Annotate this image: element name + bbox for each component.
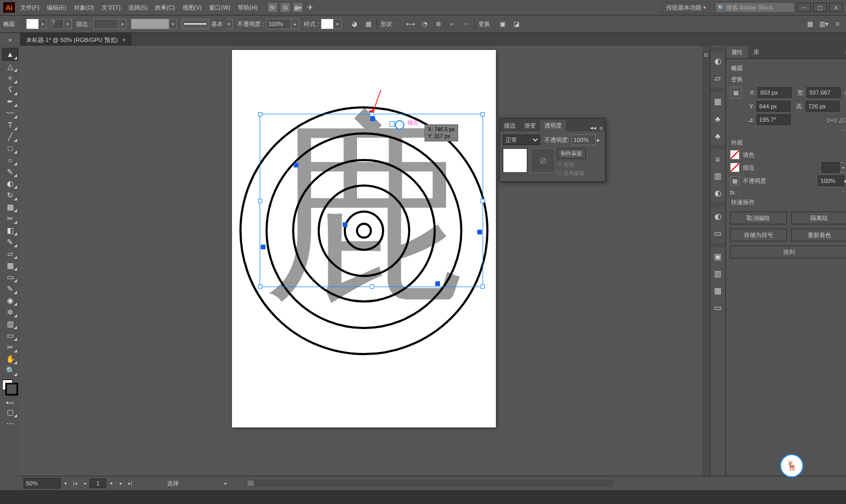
brush-profile-dropdown[interactable]: 基本▾ — [181, 19, 233, 29]
tp-opacity-stepper[interactable]: ▸ — [597, 137, 600, 144]
tool-magic-wand[interactable]: ✧ — [3, 72, 18, 84]
x-input[interactable]: 603 px — [758, 87, 792, 98]
tool-selection[interactable]: ▲ — [2, 48, 18, 61]
tool-perspective[interactable]: ▱ — [3, 248, 18, 259]
h-input[interactable]: 726 px — [806, 101, 840, 112]
tool-type[interactable]: T — [3, 119, 18, 131]
dock-colorguide-icon[interactable]: ▱ — [710, 71, 725, 86]
fill-stroke-control[interactable] — [2, 380, 18, 396]
shape-more-icon[interactable]: ⋯ — [461, 19, 471, 29]
align-icon[interactable]: ▦ — [363, 19, 374, 29]
link-wh-icon[interactable]: ⟐ — [844, 89, 846, 96]
transform-label[interactable]: 变换 — [478, 20, 490, 28]
btn-recolor[interactable]: 重新着色 — [791, 229, 847, 241]
blend-mode-select[interactable]: 正常 — [503, 135, 540, 145]
tool-mesh[interactable]: ▦ — [3, 259, 18, 271]
anchor-point[interactable] — [294, 163, 298, 167]
window-minimize-button[interactable]: ─ — [797, 3, 811, 12]
shape-pie-icon[interactable]: ◔ — [419, 19, 430, 29]
ap-stroke-dd[interactable]: ▾ — [840, 162, 846, 173]
list-icon[interactable]: ≡ — [832, 19, 843, 29]
tool-colormode[interactable]: ▪▫▫ — [3, 399, 18, 406]
btn-ungroup[interactable]: 取消编组 — [730, 212, 787, 224]
dock-gradient-icon[interactable]: ▥ — [710, 169, 725, 183]
tool-scale[interactable]: ▦ — [3, 201, 18, 213]
gpu-button[interactable]: ✈ — [305, 3, 315, 12]
artboard-next-icon[interactable]: ▸ — [117, 479, 125, 488]
tool-zoom[interactable]: 🔍 — [3, 365, 18, 376]
bridge-button[interactable]: Br — [267, 2, 278, 13]
stroke-swatch[interactable]: ?▾ — [51, 19, 72, 29]
tool-free-transform[interactable]: ◧ — [3, 224, 18, 236]
tool-symbol[interactable]: ✲ — [3, 306, 18, 318]
dock-color-icon[interactable]: ◐ — [710, 54, 725, 69]
shape-corner-icon[interactable]: ⌐ — [447, 19, 458, 29]
tab-properties[interactable]: 属性 — [726, 46, 748, 58]
tool-hand[interactable]: ✋ — [3, 353, 18, 365]
artboard-last-icon[interactable]: ▸| — [126, 479, 135, 488]
document-tab-close-icon[interactable]: × — [122, 37, 126, 43]
clip-checkbox[interactable]: ☐ 剪切 — [557, 161, 586, 169]
dock-symbols-icon[interactable]: ♣ — [710, 128, 725, 143]
dock-swatches-icon[interactable]: ▦ — [710, 94, 725, 109]
tool-shape-builder[interactable]: ✎ — [3, 236, 18, 248]
align-pixel-icon[interactable]: ▥▾ — [818, 19, 829, 29]
recolor-icon[interactable]: ◕ — [349, 19, 360, 29]
menu-file[interactable]: 文件(F) — [20, 4, 39, 12]
y-input[interactable]: 644 px — [757, 101, 791, 112]
style-swatch[interactable] — [321, 19, 334, 29]
shape-width-icon[interactable]: ⟷ — [405, 19, 416, 29]
tool-blob[interactable]: ◐ — [3, 178, 18, 189]
stroke-weight-dropdown[interactable]: ▾ — [119, 19, 127, 29]
flip-h-icon[interactable]: ▷◁ — [827, 116, 836, 123]
tab-transparency[interactable]: 透明度 — [540, 120, 566, 131]
search-stock-input[interactable]: 搜索 Adobe Stock — [715, 2, 795, 13]
ap-stroke-weight[interactable] — [822, 162, 840, 173]
dock-transparency-icon[interactable]: ◐ — [710, 186, 725, 200]
menu-type[interactable]: 文字(T) — [102, 4, 121, 12]
dock-asset-icon[interactable]: ▥ — [710, 266, 725, 281]
dock-brushes-icon[interactable]: ♣ — [710, 111, 725, 126]
w-input[interactable]: 937.667 — [807, 87, 841, 98]
status-mode-dd[interactable]: ▸ — [221, 479, 230, 488]
workspace-switcher[interactable]: 传统基本功能 — [661, 2, 711, 13]
grid-view-icon[interactable]: ▦ — [804, 19, 815, 29]
opacity-dropdown[interactable]: ▸ — [292, 19, 300, 29]
tool-pen[interactable]: ✒ — [3, 96, 18, 107]
dock-graphic-icon[interactable]: ▭ — [710, 226, 725, 241]
stroke-dash-dropdown[interactable]: ▾ — [131, 19, 177, 29]
tool-lasso[interactable]: ʕ — [3, 84, 18, 96]
tool-slice[interactable]: ✂ — [3, 341, 18, 353]
dock-links-icon[interactable]: ▭ — [710, 300, 725, 315]
btn-savesym[interactable]: 存储为符号 — [730, 229, 787, 241]
zoom-input[interactable]: 50% — [23, 478, 61, 489]
artboard-number-input[interactable]: 1 — [89, 478, 106, 488]
stock-button[interactable]: St — [280, 2, 291, 13]
make-mask-button[interactable]: 制作蒙版 — [557, 148, 586, 159]
panel-collapse-icon[interactable]: ◂◂ — [590, 124, 596, 131]
tool-brush[interactable]: ✎ — [3, 166, 18, 178]
window-close-button[interactable]: ✕ — [829, 3, 843, 12]
tp-opacity-input[interactable]: 100% — [571, 135, 596, 145]
menu-window[interactable]: 窗口(W) — [209, 4, 230, 12]
tab-libraries[interactable]: 库 — [748, 46, 765, 58]
dock-layers-icon[interactable]: ▣ — [710, 249, 725, 264]
tab-stroke[interactable]: 描边 — [500, 120, 520, 131]
horizontal-scrollbar[interactable] — [246, 480, 613, 487]
tool-line[interactable]: ╱ — [3, 131, 18, 142]
fill-swatch[interactable]: ?▾ — [26, 19, 47, 29]
menu-object[interactable]: 对象(O) — [74, 4, 94, 12]
transform-more-icon[interactable]: ⋯ — [730, 128, 846, 135]
artboard-dd[interactable]: ▾ — [107, 479, 115, 488]
artboard-first-icon[interactable]: |◂ — [71, 479, 79, 488]
anchor-point[interactable] — [477, 230, 482, 234]
stroke-weight-input[interactable] — [93, 19, 119, 29]
menu-edit[interactable]: 编辑(E) — [47, 4, 67, 12]
btn-arrange[interactable]: 排列 — [730, 246, 846, 258]
canvas-area[interactable]: 鹿 — [20, 46, 710, 490]
clip-icon[interactable]: ◪ — [511, 19, 522, 29]
tool-curvature[interactable]: 〰 — [3, 107, 18, 119]
menu-effect[interactable]: 效果(C) — [155, 4, 175, 12]
style-dropdown[interactable]: ▾ — [334, 19, 342, 29]
transparency-panel[interactable]: 描边 渐变 透明度 ◂◂ ≡ 正常 不透明度: 100% ▸ ⊘ 制作蒙版 ☐ … — [499, 118, 606, 182]
